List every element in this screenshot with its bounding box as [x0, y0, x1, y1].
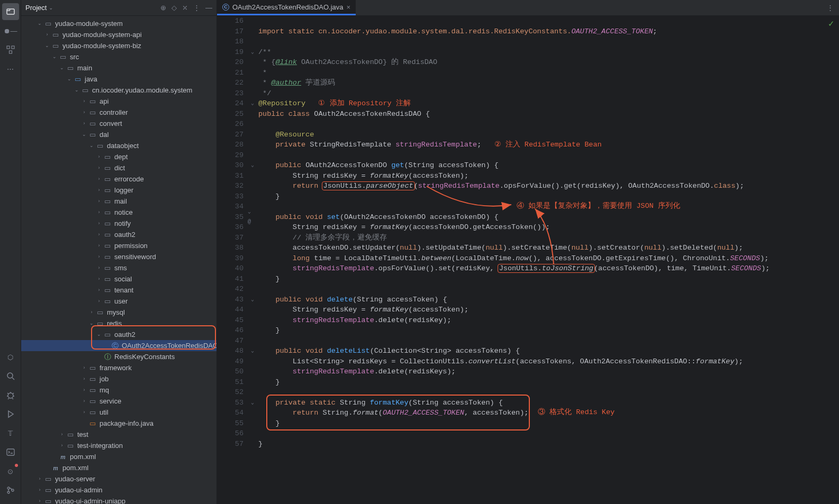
build-icon[interactable]: 𝕋 [2, 425, 19, 442]
tree-item[interactable]: test [77, 429, 88, 440]
expand-toggle[interactable]: › [95, 251, 103, 262]
expand-toggle[interactable]: › [95, 218, 103, 229]
expand-toggle[interactable]: › [95, 273, 103, 285]
tree-item[interactable]: errorcode [114, 173, 144, 185]
expand-toggle[interactable]: › [95, 162, 103, 173]
hide-icon[interactable]: — [205, 4, 212, 12]
expand-toggle[interactable]: › [80, 396, 88, 407]
expand-toggle[interactable]: › [80, 96, 88, 107]
tree-item[interactable]: mq [100, 384, 109, 396]
expand-toggle[interactable]: › [95, 196, 103, 207]
tree-item[interactable]: oauth2 [114, 229, 136, 240]
tree-item[interactable]: controller [100, 107, 128, 118]
expand-toggle[interactable]: ⌄ [73, 85, 80, 96]
tree-item[interactable]: java [85, 74, 97, 85]
commit-tool-icon[interactable]: ⏺— [2, 22, 19, 39]
project-tree[interactable]: ⌄▭yudao-module-system ›▭yudao-module-sys… [21, 16, 216, 504]
tree-item[interactable]: RedisKeyConstants [114, 351, 175, 362]
tree-item[interactable]: framework [100, 362, 132, 373]
tree-item[interactable]: mail [114, 196, 127, 207]
collapse-icon[interactable]: ⤫ [182, 4, 188, 12]
terminal-icon[interactable] [2, 444, 19, 461]
expand-toggle[interactable]: › [80, 362, 88, 373]
tree-item[interactable]: job [100, 373, 109, 384]
project-tool-icon[interactable] [2, 3, 19, 20]
expand-toggle[interactable]: › [80, 407, 88, 418]
tree-item[interactable]: dept [114, 151, 128, 162]
vcs-icon[interactable] [2, 482, 19, 499]
tree-item[interactable]: redis [107, 318, 122, 329]
tree-item[interactable]: src [70, 51, 79, 62]
expand-toggle[interactable]: › [95, 262, 103, 273]
tree-item[interactable]: sms [114, 262, 127, 273]
run-icon[interactable] [2, 406, 19, 423]
code-area[interactable]: import static cn.iocoder.yudao.module.sy… [257, 16, 839, 504]
tree-item[interactable]: yudao-ui-admin [55, 484, 103, 496]
tree-item[interactable]: notify [114, 218, 131, 229]
tree-item[interactable]: oauth2 [114, 329, 136, 340]
tree-item[interactable]: yudao-module-system-biz [62, 40, 141, 51]
expand-toggle[interactable]: ⌄ [43, 40, 51, 51]
expand-toggle[interactable]: › [95, 185, 103, 196]
tree-item[interactable]: yudao-ui-admin-uniapp [55, 496, 125, 504]
tree-item[interactable]: sensitiveword [114, 251, 156, 262]
structure-tool-icon[interactable] [2, 41, 19, 58]
tree-item-selected[interactable]: OAuth2AccessTokenRedisDAO [122, 340, 216, 351]
expand-toggle[interactable]: › [95, 151, 103, 162]
tree-item[interactable]: social [114, 273, 132, 285]
expand-toggle[interactable]: › [95, 229, 103, 240]
expand-toggle[interactable]: › [95, 207, 103, 218]
expand-toggle[interactable]: › [95, 173, 103, 185]
tree-item[interactable]: main [77, 62, 92, 74]
tree-item[interactable]: notice [114, 207, 133, 218]
expand-toggle[interactable]: ⌄ [88, 318, 95, 329]
expand-toggle[interactable]: ⌄ [51, 51, 58, 62]
expand-toggle[interactable]: › [95, 285, 103, 296]
expand-toggle[interactable]: › [80, 384, 88, 396]
tree-item[interactable]: package-info.java [100, 418, 154, 429]
tree-item[interactable]: convert [100, 118, 122, 129]
tree-item[interactable]: yudao-module-system [55, 18, 123, 29]
editor-tab[interactable]: C OAuth2AccessTokenRedisDAO.java × [217, 0, 356, 15]
tree-item[interactable]: service [100, 396, 121, 407]
expand-toggle[interactable]: ⌄ [66, 74, 73, 85]
expand-icon[interactable]: ◇ [172, 4, 177, 12]
tree-item[interactable]: dataobject [107, 140, 139, 151]
expand-toggle[interactable]: › [58, 440, 66, 451]
expand-toggle[interactable]: › [43, 29, 51, 40]
problems-icon[interactable]: ⊙ [2, 463, 19, 480]
tree-item[interactable]: mysql [107, 307, 125, 318]
expand-toggle[interactable]: ⌄ [88, 140, 95, 151]
more-tool-icon[interactable]: ⋯ [2, 60, 19, 77]
tree-item[interactable]: user [114, 296, 128, 307]
tree-item[interactable]: dal [100, 129, 109, 140]
editor-menu-icon[interactable]: ⋮ [827, 0, 839, 15]
chevron-down-icon[interactable]: ⌄ [49, 5, 53, 11]
expand-toggle[interactable]: › [80, 373, 88, 384]
expand-toggle[interactable]: › [36, 484, 43, 496]
settings-icon[interactable]: ⋮ [193, 4, 200, 12]
expand-toggle[interactable]: › [95, 296, 103, 307]
tree-item[interactable]: pom.xml [62, 462, 88, 473]
gear-bottom-icon[interactable]: ⬡ [2, 349, 19, 365]
tree-item[interactable]: dict [114, 162, 125, 173]
tree-item[interactable]: yudao-module-system-api [62, 29, 142, 40]
tree-item[interactable]: tenant [114, 285, 133, 296]
expand-toggle[interactable]: › [58, 429, 66, 440]
debug-icon[interactable] [2, 387, 19, 404]
tree-item[interactable]: cn.iocoder.yudao.module.system [92, 85, 192, 96]
expand-toggle[interactable]: ⌄ [95, 329, 103, 340]
tree-item[interactable]: logger [114, 185, 133, 196]
select-file-icon[interactable]: ⊕ [160, 4, 166, 12]
fold-gutter[interactable]: ⌄ ⌄ ⌄ ⌄ @ ⌄ ⌄ ⌄ [248, 16, 257, 504]
expand-toggle[interactable]: › [36, 473, 43, 484]
search-icon[interactable] [2, 368, 19, 384]
expand-toggle[interactable]: › [80, 118, 88, 129]
expand-toggle[interactable]: ⌄ [58, 62, 66, 74]
tree-item[interactable]: yudao-server [55, 473, 95, 484]
expand-toggle[interactable]: ⌄ [36, 18, 43, 29]
expand-toggle[interactable]: › [88, 307, 95, 318]
expand-toggle[interactable]: › [80, 107, 88, 118]
expand-toggle[interactable]: › [95, 240, 103, 251]
tree-item[interactable]: permission [114, 240, 148, 251]
